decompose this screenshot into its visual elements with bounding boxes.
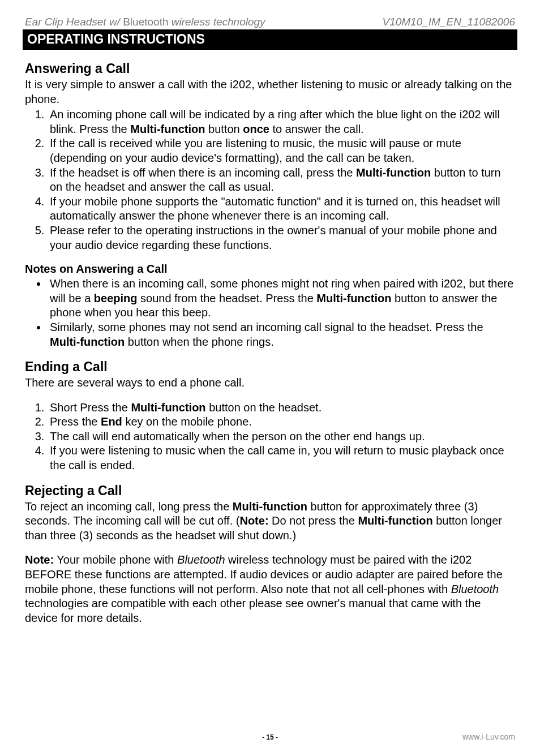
list-item: Short Press the Multi-function button on… (48, 401, 515, 415)
answering-lead: It is very simple to answer a call with … (25, 78, 515, 106)
list-item: Similarly, some phones may not send an i… (48, 320, 515, 349)
list-item: If your mobile phone supports the "autom… (48, 195, 515, 224)
heading-rejecting: Rejecting a Call (25, 483, 515, 499)
ending-list: Short Press the Multi-function button on… (25, 401, 515, 473)
list-item: When there is an incoming call, some pho… (48, 277, 515, 320)
list-item: If the call is received while you are li… (48, 136, 515, 165)
answering-list: An incoming phone call will be indicated… (25, 108, 515, 252)
list-item: If you were listening to music when the … (48, 444, 515, 472)
section-bar: OPERATING INSTRUCTIONS (23, 29, 517, 50)
header-left-mid: Bluetooth (123, 16, 168, 28)
list-item: The call will end automatically when the… (48, 429, 515, 444)
list-item: An incoming phone call will be indicated… (48, 108, 515, 136)
running-header: Ear Clip Headset w/ Bluetooth wireless t… (25, 16, 515, 28)
header-left-suffix: wireless technology (168, 16, 265, 28)
header-left-prefix: Ear Clip Headset w/ (25, 16, 123, 28)
notes-list: When there is an incoming call, some pho… (25, 277, 515, 349)
heading-ending: Ending a Call (25, 359, 515, 375)
page-footer: - 15 - www.i-Luv.com (25, 732, 515, 741)
notes-heading: Notes on Answering a Call (25, 263, 515, 276)
page-number: - 15 - (25, 733, 515, 741)
rejecting-p2: Note: Your mobile phone with Bluetooth w… (25, 553, 515, 625)
list-item: Press the End key on the mobile phone. (48, 415, 515, 429)
heading-answering: Answering a Call (25, 61, 515, 76)
header-right: V10M10_IM_EN_11082006 (382, 16, 515, 28)
list-item: Please refer to the operating instructio… (48, 224, 515, 252)
header-left: Ear Clip Headset w/ Bluetooth wireless t… (25, 16, 265, 28)
ending-lead: There are several ways to end a phone ca… (25, 376, 515, 390)
list-item: If the headset is off when there is an i… (48, 166, 515, 195)
rejecting-p1: To reject an incoming call, long press t… (25, 500, 515, 543)
